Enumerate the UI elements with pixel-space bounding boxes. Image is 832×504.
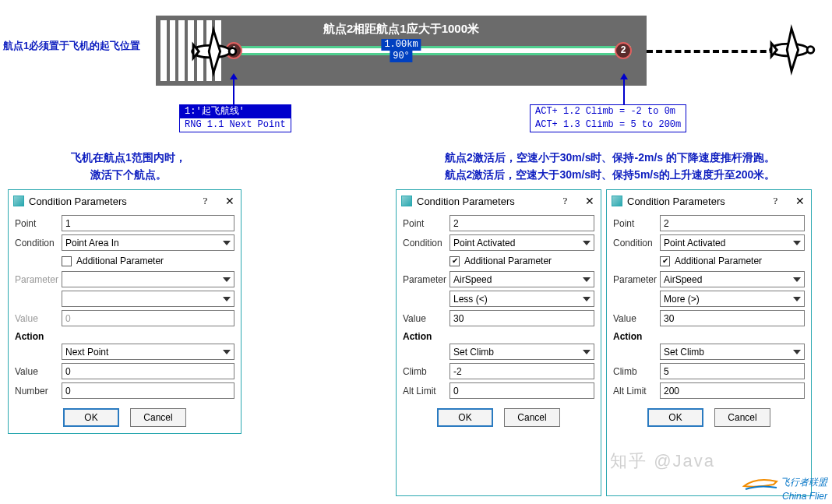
side-annotation: 航点1必须置于飞机的起飞位置 [3,39,140,53]
panel-caption-right: 航点2激活后，空速小于30m/s时、保持-2m/s 的下降速度推杆滑跑。航点2激… [396,144,824,189]
action-value-input[interactable]: 0 [62,363,234,379]
heading-label: 90° [390,51,413,62]
altlimit-input[interactable]: 0 [449,382,594,399]
parameter-label: Parameter [403,274,446,285]
action-combo[interactable]: Set Climb [660,344,805,360]
ok-button[interactable]: OK [437,408,493,427]
point-label: Point [15,218,58,229]
cancel-button[interactable]: Cancel [714,408,770,427]
callout-1-header: 1:'起飞航线' [180,105,291,118]
distance-label: 1.00km [381,39,421,51]
climb-label: Climb [403,366,446,377]
additional-param-label: Additional Parameter [675,256,762,266]
dialog-icon [612,196,622,206]
runway-diagram: 航点1必须置于飞机的起飞位置 航点2相距航点1应大于1000米 1.00km 9… [0,0,832,148]
ok-button[interactable]: OK [63,408,119,427]
altlimit-input[interactable]: 200 [660,382,805,399]
value-label: Value [613,313,657,324]
altlimit-label: Alt Limit [613,386,657,397]
parameter-label: Parameter [15,274,58,285]
parameter-combo[interactable]: AirSpeed [660,271,805,287]
ok-button[interactable]: OK [647,408,703,427]
condition-combo[interactable]: Point Activated [660,234,805,251]
operator-combo[interactable]: Less (<) [449,291,594,307]
condition-label: Condition [613,238,657,248]
parameter-combo[interactable] [62,271,234,287]
callout-1-line1: RNG 1.1 Next Point [180,118,291,132]
cancel-button[interactable]: Cancel [504,408,560,427]
parameter-label: Parameter [613,274,657,285]
panel-caption-left: 飞机在航点1范围内时，激活下个航点。 [8,144,249,189]
close-button[interactable]: ✕ [585,195,594,207]
point-label: Point [613,218,657,229]
param-value-input[interactable]: 0 [62,310,234,326]
callout-box-2: ACT+ 1.2 Climb = -2 to 0m ACT+ 1.3 Climb… [530,104,686,132]
value-label: Value [15,313,58,324]
additional-param-checkbox[interactable]: ✔ [449,256,460,266]
additional-param-label: Additional Parameter [464,256,552,266]
callout-2-line1: ACT+ 1.2 Climb = -2 to 0m [531,105,686,118]
dialog-titlebar: Condition Parameters ? ✕ [398,192,599,213]
point-input[interactable]: 1 [62,215,234,231]
callout-arrow-2 [623,78,625,105]
track-rail [226,46,631,55]
action-section-header: Action [608,328,809,342]
condition-combo[interactable]: Point Activated [449,234,594,251]
callout-2-line2: ACT+ 1.3 Climb = 5 to 200m [531,118,686,132]
svg-point-3 [807,47,814,54]
action-combo[interactable]: Set Climb [449,344,594,360]
dialog-title-text: Condition Parameters [417,196,515,207]
dialog-titlebar: Condition Parameters ? ✕ [10,192,239,213]
climb-label: Climb [613,366,657,377]
climb-input[interactable]: 5 [660,363,805,379]
close-button[interactable]: ✕ [795,195,805,207]
cancel-button[interactable]: Cancel [130,408,186,427]
action-section-header: Action [10,328,239,342]
help-button[interactable]: ? [203,195,207,207]
condition-dialog-3: Condition Parameters ? ✕ Point 2 Conditi… [606,189,812,496]
aircraft-end-icon [763,22,820,78]
point-input[interactable]: 2 [449,215,594,231]
panels-row: 飞机在航点1范围内时，激活下个航点。 Condition Parameters … [0,144,832,504]
additional-param-checkbox[interactable] [62,256,72,266]
operator-combo[interactable]: More (>) [660,291,805,307]
altlimit-label: Alt Limit [403,386,446,397]
condition-combo[interactable]: Point Area In [62,234,234,251]
point-input[interactable]: 2 [660,215,805,231]
svg-point-1 [229,48,236,55]
condition-dialog-1: Condition Parameters ? ✕ Point 1 Conditi… [8,189,241,434]
climb-input[interactable]: -2 [449,363,594,379]
operator-combo[interactable] [62,291,234,307]
action-combo[interactable]: Next Point [62,344,234,360]
action-value-label: Value [15,366,58,377]
value-label: Value [403,313,446,324]
dialog-icon [401,196,412,206]
close-button[interactable]: ✕ [225,195,234,207]
dialog-icon [13,196,24,206]
dialog-title-text: Condition Parameters [627,196,725,207]
dialog-title-text: Condition Parameters [29,196,127,207]
param-value-input[interactable]: 30 [449,310,594,326]
help-button[interactable]: ? [773,195,777,207]
action-section-header: Action [398,328,599,342]
additional-param-label: Additional Parameter [76,256,164,266]
additional-param-checkbox[interactable]: ✔ [660,256,670,266]
waypoint-2-marker[interactable]: 2 [615,42,632,59]
panel-group-right: 航点2激活后，空速小于30m/s时、保持-2m/s 的下降速度推杆滑跑。航点2激… [396,144,824,496]
parameter-combo[interactable]: AirSpeed [449,271,594,287]
condition-dialog-2: Condition Parameters ? ✕ Point 2 Conditi… [396,189,601,496]
help-button[interactable]: ? [562,195,567,207]
callout-arrow-1 [233,78,234,105]
panel-group-left: 飞机在航点1范围内时，激活下个航点。 Condition Parameters … [8,144,249,496]
dialog-titlebar: Condition Parameters ? ✕ [608,192,809,213]
condition-label: Condition [403,238,446,248]
runway-metric: 1.00km 90° [381,39,421,62]
number-label: Number [15,386,58,397]
number-input[interactable]: 0 [62,382,234,399]
condition-label: Condition [15,238,58,248]
point-label: Point [403,218,446,229]
callout-box-1: 1:'起飞航线' RNG 1.1 Next Point [179,104,291,132]
param-value-input[interactable]: 30 [660,310,805,326]
aircraft-start-icon [185,23,241,79]
